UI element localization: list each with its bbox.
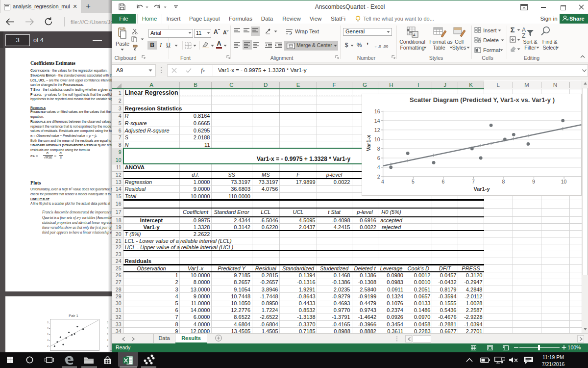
svg-text:.00: .00: [383, 44, 389, 49]
svg-text:Z: Z: [522, 32, 525, 39]
svg-text:←.0: ←.0: [374, 44, 381, 49]
svg-text:≠: ≠: [413, 32, 416, 37]
